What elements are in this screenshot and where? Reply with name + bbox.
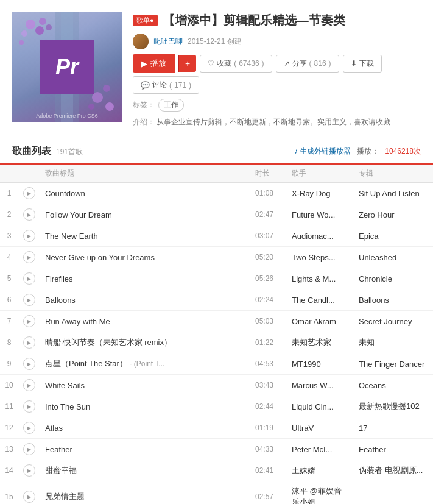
song-album[interactable]: Zero Hour: [354, 204, 433, 225]
song-album[interactable]: Epica: [354, 225, 433, 247]
song-artist[interactable]: 未知艺术家: [287, 332, 354, 353]
song-play-icon[interactable]: ▶: [18, 183, 40, 204]
song-artist[interactable]: 涞平 @菲娱音乐小姐: [287, 481, 354, 504]
song-artist[interactable]: Omar Akram: [287, 311, 354, 332]
song-album[interactable]: The Finger Dancer: [354, 353, 433, 375]
song-play-icon[interactable]: ▶: [18, 481, 40, 504]
song-artist[interactable]: Audiomac...: [287, 225, 354, 247]
table-row[interactable]: 11▶Into The Sun02:44Liquid Cin...最新热歌慢摇1…: [0, 396, 433, 417]
song-artist[interactable]: 王妹婿: [287, 460, 354, 481]
song-artist[interactable]: UltraV: [287, 417, 354, 439]
table-row[interactable]: 8▶晴船·快闪节奏（未知艺术家 remix）01:22未知艺术家未知: [0, 332, 433, 353]
song-title[interactable]: Follow Your Dream: [45, 210, 112, 219]
play-circle-button[interactable]: ▶: [23, 491, 35, 503]
external-player-link[interactable]: ♪ 生成外链播放器: [294, 146, 351, 157]
play-circle-button[interactable]: ▶: [23, 464, 35, 477]
song-play-icon[interactable]: ▶: [18, 332, 40, 353]
play-circle-button[interactable]: ▶: [23, 187, 35, 199]
song-album[interactable]: [354, 481, 433, 504]
table-row[interactable]: 1▶Countdown01:08X-Ray DogSit Up And List…: [0, 183, 433, 204]
song-play-icon[interactable]: ▶: [18, 311, 40, 332]
song-album[interactable]: Sit Up And Listen: [354, 183, 433, 204]
song-play-icon[interactable]: ▶: [18, 396, 40, 417]
table-row[interactable]: 15▶兄弟情主题02:57涞平 @菲娱音乐小姐: [0, 481, 433, 504]
song-play-icon[interactable]: ▶: [18, 460, 40, 481]
song-title[interactable]: 晴船·快闪节奏（未知艺术家 remix）: [45, 338, 172, 347]
table-row[interactable]: 7▶Run Away with Me05:03Omar AkramSecret …: [0, 311, 433, 332]
play-circle-button[interactable]: ▶: [23, 400, 35, 413]
song-artist[interactable]: Two Steps...: [287, 247, 354, 268]
play-circle-button[interactable]: ▶: [23, 208, 35, 221]
song-title[interactable]: The New Earth: [45, 232, 98, 241]
play-button[interactable]: ▶ 播放: [133, 54, 175, 73]
play-circle-button[interactable]: ▶: [23, 443, 35, 455]
tag-item-work[interactable]: 工作: [158, 99, 184, 112]
table-row[interactable]: 9▶点星（Point The Star） - (Point T...04:53M…: [0, 353, 433, 375]
song-play-icon[interactable]: ▶: [18, 375, 40, 396]
creator-name[interactable]: 叱咄巴唧: [153, 37, 183, 47]
comment-button[interactable]: 💬 评论 (171): [133, 76, 199, 94]
song-album[interactable]: 伪装者 电视剧原...: [354, 460, 433, 481]
table-row[interactable]: 10▶White Sails03:43Marcus W...Oceans: [0, 375, 433, 396]
song-artist[interactable]: Marcus W...: [287, 375, 354, 396]
song-album[interactable]: Unleashed: [354, 247, 433, 268]
song-title[interactable]: Balloons: [45, 296, 76, 305]
song-play-icon[interactable]: ▶: [18, 247, 40, 268]
song-title[interactable]: 兄弟情主题: [45, 492, 85, 501]
song-title[interactable]: Run Away with Me: [45, 317, 110, 326]
song-artist[interactable]: Lights & M...: [287, 268, 354, 289]
song-play-icon[interactable]: ▶: [18, 225, 40, 247]
table-row[interactable]: 6▶Balloons02:24The Candl...Balloons: [0, 289, 433, 311]
table-row[interactable]: 12▶Atlas01:19UltraV17: [0, 417, 433, 439]
play-circle-button[interactable]: ▶: [23, 294, 35, 306]
table-row[interactable]: 2▶Follow Your Dream02:47Future Wo...Zero…: [0, 204, 433, 225]
play-circle-button[interactable]: ▶: [23, 379, 35, 391]
song-title[interactable]: 点星（Point The Star）: [45, 359, 127, 368]
song-artist[interactable]: Peter McI...: [287, 439, 354, 460]
svg-point-0: [26, 20, 35, 29]
song-title[interactable]: Into The Sun: [45, 402, 90, 411]
song-play-icon[interactable]: ▶: [18, 417, 40, 439]
play-circle-button[interactable]: ▶: [23, 336, 35, 349]
song-album[interactable]: Feather: [354, 439, 433, 460]
song-title[interactable]: Fireflies: [45, 274, 73, 283]
table-row[interactable]: 5▶Fireflies05:26Lights & M...Chronicle: [0, 268, 433, 289]
song-artist[interactable]: Future Wo...: [287, 204, 354, 225]
table-row[interactable]: 13▶Feather04:33Peter McI...Feather: [0, 439, 433, 460]
song-album[interactable]: Balloons: [354, 289, 433, 311]
song-title[interactable]: Feather: [45, 445, 72, 454]
song-album[interactable]: 17: [354, 417, 433, 439]
play-circle-button[interactable]: ▶: [23, 272, 35, 285]
song-play-icon[interactable]: ▶: [18, 204, 40, 225]
song-album[interactable]: Chronicle: [354, 268, 433, 289]
song-title[interactable]: Atlas: [45, 424, 63, 433]
table-row[interactable]: 3▶The New Earth03:07Audiomac...Epica: [0, 225, 433, 247]
song-play-icon[interactable]: ▶: [18, 268, 40, 289]
play-circle-button[interactable]: ▶: [23, 422, 35, 434]
song-play-icon[interactable]: ▶: [18, 439, 40, 460]
song-artist[interactable]: MT1990: [287, 353, 354, 375]
share-button[interactable]: ↗ 分享 (816): [276, 55, 339, 73]
song-title[interactable]: 甜蜜幸福: [45, 466, 77, 475]
song-artist[interactable]: Liquid Cin...: [287, 396, 354, 417]
song-album[interactable]: 未知: [354, 332, 433, 353]
song-title[interactable]: White Sails: [45, 381, 85, 390]
song-title[interactable]: Never Give up on Your Dreams: [45, 253, 155, 262]
song-play-icon[interactable]: ▶: [18, 353, 40, 375]
table-row[interactable]: 4▶Never Give up on Your Dreams05:20Two S…: [0, 247, 433, 268]
add-button[interactable]: +: [178, 55, 196, 72]
song-album[interactable]: Secret Journey: [354, 311, 433, 332]
play-circle-button[interactable]: ▶: [23, 315, 35, 327]
song-album[interactable]: Oceans: [354, 375, 433, 396]
collect-button[interactable]: ♡ 收藏 (67436): [200, 55, 272, 73]
play-circle-button[interactable]: ▶: [23, 230, 35, 242]
song-artist[interactable]: The Candl...: [287, 289, 354, 311]
song-album[interactable]: 最新热歌慢摇102: [354, 396, 433, 417]
song-title[interactable]: Countdown: [45, 189, 85, 198]
play-circle-button[interactable]: ▶: [23, 358, 35, 370]
song-artist[interactable]: X-Ray Dog: [287, 183, 354, 204]
download-button[interactable]: ⬇ 下载: [343, 55, 382, 73]
table-row[interactable]: 14▶甜蜜幸福02:41王妹婿伪装者 电视剧原...: [0, 460, 433, 481]
play-circle-button[interactable]: ▶: [23, 251, 35, 263]
song-play-icon[interactable]: ▶: [18, 289, 40, 311]
